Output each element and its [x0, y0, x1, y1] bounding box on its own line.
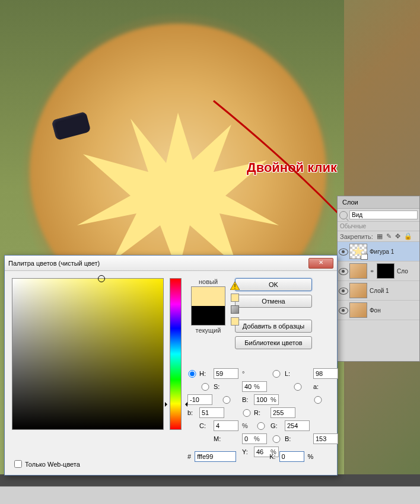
l-radio[interactable]	[271, 370, 282, 378]
bri-label: B:	[242, 396, 252, 403]
lock-transparency-icon[interactable]: ▦	[377, 232, 383, 240]
a-label: a:	[313, 383, 323, 390]
bri-radio[interactable]	[214, 396, 240, 404]
ok-button[interactable]: OK	[235, 278, 312, 291]
layer-thumbnail[interactable]	[349, 263, 367, 279]
shape-badge-icon	[361, 254, 368, 260]
lock-brush-icon[interactable]: ✎	[386, 232, 392, 240]
hue-slider-thumb[interactable]	[168, 402, 184, 407]
layers-panel: Слои Обычные Закрепить: ▦ ✎ ✥ 🔒 Фигура 1…	[337, 196, 420, 362]
hue-label: H:	[199, 370, 211, 377]
b-label: b:	[187, 409, 197, 416]
layer-row-background[interactable]: Фон	[338, 301, 419, 320]
web-colors-label: Только Web-цвета	[25, 461, 80, 468]
svg-marker-0	[77, 113, 279, 273]
blue-input[interactable]	[313, 433, 338, 444]
layer-name[interactable]: Фигура 1	[370, 248, 394, 255]
layer-thumbnail[interactable]	[349, 302, 367, 318]
svg-text:!: !	[234, 283, 236, 290]
m-label: M:	[214, 435, 240, 442]
l-label: L:	[285, 370, 311, 377]
layer-row-1[interactable]: Слой 1	[338, 281, 419, 301]
new-color-label: новый	[199, 278, 218, 285]
current-color-label: текущий	[196, 327, 221, 334]
search-icon	[339, 211, 348, 219]
r-input[interactable]	[271, 407, 295, 418]
hex-input[interactable]	[195, 451, 236, 462]
hue-radio[interactable]	[187, 370, 197, 378]
a-radio[interactable]	[285, 383, 311, 391]
k-input[interactable]	[279, 451, 304, 462]
blue-label: B:	[285, 435, 311, 442]
layer-row-copy[interactable]: ⚭ Сло	[338, 261, 419, 281]
color-preview	[191, 286, 225, 326]
layers-filter-input[interactable]	[349, 210, 418, 219]
layer-thumbnail[interactable]	[349, 283, 367, 298]
close-button[interactable]: ✕	[308, 258, 333, 269]
layer-mask-thumbnail[interactable]	[377, 263, 394, 279]
layer-name[interactable]: Фон	[370, 307, 381, 314]
r-label: R:	[254, 409, 268, 416]
layer-thumbnail[interactable]	[349, 244, 367, 259]
r-radio[interactable]	[242, 409, 252, 417]
sat-radio[interactable]	[199, 383, 211, 391]
layers-lock-row: Закрепить: ▦ ✎ ✥ 🔒	[338, 231, 419, 242]
hex-label: #	[187, 453, 191, 460]
annotation-text: Двойной клик	[247, 160, 337, 176]
blend-mode-select[interactable]: Обычные	[338, 222, 419, 231]
add-swatch-button[interactable]: Добавить в образцы	[235, 320, 312, 333]
c-label: C:	[199, 422, 211, 429]
b-radio[interactable]	[313, 396, 323, 404]
hue-slider[interactable]	[170, 278, 182, 430]
g-radio[interactable]	[254, 422, 268, 430]
a-input[interactable]	[187, 394, 212, 405]
color-libraries-button[interactable]: Библиотеки цветов	[235, 336, 312, 349]
color-values-grid: H:° L: S:% a: B:% b: R: C:% G: M:% B: Y:…	[187, 368, 336, 457]
color-field[interactable]	[12, 278, 164, 430]
layer-row-shape[interactable]: Фигура 1	[338, 242, 419, 261]
g-input[interactable]	[285, 420, 310, 431]
visibility-icon[interactable]	[339, 307, 347, 313]
blue-radio[interactable]	[271, 435, 282, 443]
dialog-titlebar[interactable]: Палитра цветов (чистый цвет) ✕	[5, 256, 337, 271]
star-burst-shape[interactable]	[71, 107, 285, 273]
l-input[interactable]	[313, 368, 338, 379]
percent-unit: %	[308, 453, 314, 460]
websafe-swatch[interactable]	[231, 317, 239, 326]
lock-move-icon[interactable]: ✥	[395, 232, 400, 240]
visibility-icon[interactable]	[339, 288, 347, 294]
k-label: K:	[269, 453, 275, 460]
link-icon[interactable]: ⚭	[370, 268, 374, 275]
current-color-swatch[interactable]	[192, 306, 225, 325]
color-field-cursor[interactable]	[98, 275, 105, 282]
visibility-icon[interactable]	[339, 268, 347, 274]
layer-name[interactable]: Слой 1	[370, 288, 389, 294]
web-colors-checkbox[interactable]	[14, 460, 22, 468]
layers-filter-row	[338, 209, 419, 222]
layers-tab[interactable]: Слои	[338, 196, 419, 209]
new-color-swatch[interactable]	[192, 287, 225, 306]
layer-name[interactable]: Сло	[397, 268, 408, 275]
g-label: G:	[271, 422, 282, 429]
web-colors-checkbox-row: Только Web-цвета	[14, 460, 80, 468]
dialog-title: Палитра цветов (чистый цвет)	[8, 260, 308, 267]
status-bar	[0, 486, 420, 504]
gamut-swatch[interactable]	[231, 294, 239, 302]
color-picker-dialog: Палитра цветов (чистый цвет) ✕ новый тек…	[4, 255, 338, 476]
b-input[interactable]	[199, 407, 224, 418]
cancel-button[interactable]: Отмена	[235, 295, 312, 308]
degree-unit: °	[242, 370, 252, 377]
visibility-icon[interactable]	[339, 248, 347, 254]
sat-label: S:	[214, 383, 240, 390]
hex-row: # K: %	[187, 451, 313, 462]
lock-label: Закрепить:	[340, 233, 373, 240]
lock-all-icon[interactable]: 🔒	[404, 232, 412, 240]
gamut-warning-icon[interactable]: !	[230, 282, 240, 290]
hue-input[interactable]	[214, 368, 238, 379]
websafe-warning-icon[interactable]	[231, 305, 239, 314]
c-input[interactable]	[214, 420, 238, 431]
